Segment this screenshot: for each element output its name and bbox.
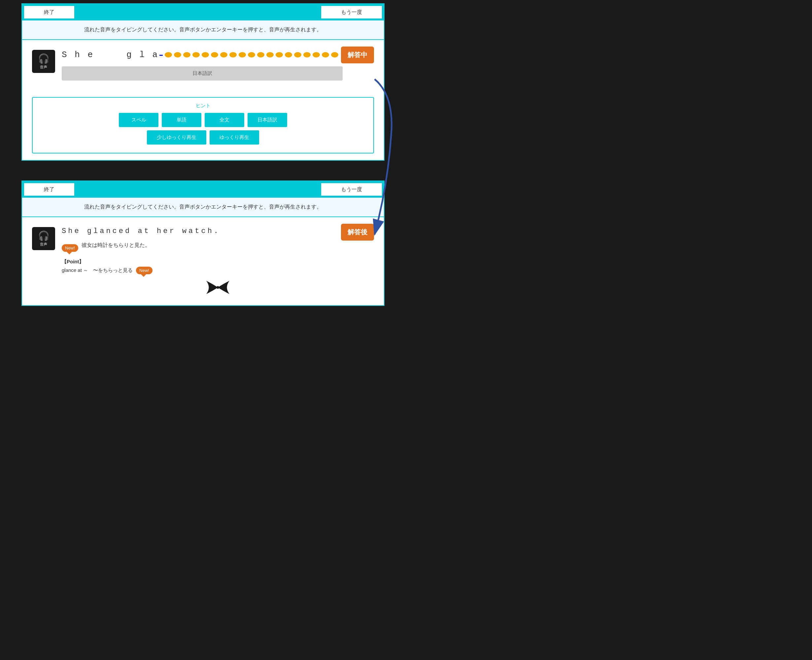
svg-point-1 xyxy=(216,286,219,289)
hint-slower-button[interactable]: ゆっくり再生 xyxy=(210,130,259,144)
point-content: glance at ～ 〜をちらっと見る xyxy=(62,267,133,274)
point-row: glance at ～ 〜をちらっと見る New! xyxy=(62,267,374,274)
top-audio-section: 🎧 音声 S h e g l a 日本語訳 解答中 xyxy=(22,40,384,94)
top-again-button[interactable]: もう一度 xyxy=(321,6,382,19)
hint-title: ヒント xyxy=(39,103,367,109)
bow-icon-container xyxy=(62,279,374,299)
hint-fulltext-button[interactable]: 全文 xyxy=(205,113,244,127)
answer-section: 🎧 音声 She glanced at her watch. New! 彼女は時… xyxy=(22,217,384,305)
bottom-instruction: 流れた音声をタイピングしてください。音声ボタンかエンターキーを押すと、音声が再生… xyxy=(22,198,384,217)
bottom-headphone-icon: 🎧 xyxy=(38,230,49,241)
top-audio-button[interactable]: 🎧 音声 xyxy=(32,50,55,73)
dot-18 xyxy=(322,52,329,57)
bow-icon xyxy=(205,279,231,296)
typed-text: S h e g l a xyxy=(62,50,159,60)
spacer xyxy=(21,161,385,177)
translation-text: 彼女は時計をちらりと見た。 xyxy=(81,242,150,249)
hint-section: ヒント スペル 単語 全文 日本語訳 少しゆっくり再生 ゆっくり再生 xyxy=(32,97,374,154)
audio-label: 音声 xyxy=(40,65,47,70)
dot-3 xyxy=(183,52,191,57)
headphone-icon: 🎧 xyxy=(38,53,49,64)
bottom-audio-button[interactable]: 🎧 音声 xyxy=(32,227,55,250)
hint-spell-button[interactable]: スペル xyxy=(119,113,159,127)
translation-placeholder-bar: 日本語訳 xyxy=(62,66,343,81)
dot-7 xyxy=(220,52,227,57)
point-title: 【Point】 xyxy=(62,259,374,265)
hint-word-button[interactable]: 単語 xyxy=(162,113,201,127)
bottom-header-bar: 終了 もう一度 xyxy=(22,181,384,198)
answer-text-area: She glanced at her watch. New! 彼女は時計をちらり… xyxy=(62,224,374,299)
top-instruction: 流れた音声をタイピングしてください。音声ボタンかエンターキーを押すと、音声が再生… xyxy=(22,21,384,40)
new-badge-2: New! xyxy=(136,267,153,274)
point-section: 【Point】 glance at ～ 〜をちらっと見る New! xyxy=(62,259,374,274)
dot-11 xyxy=(257,52,264,57)
curved-arrow-svg xyxy=(365,69,404,267)
bottom-end-button[interactable]: 終了 xyxy=(24,183,74,196)
top-end-button[interactable]: 終了 xyxy=(24,6,74,19)
dot-5 xyxy=(202,52,209,57)
dot-9 xyxy=(238,52,246,57)
top-panel: 終了 もう一度 流れた音声をタイピングしてください。音声ボタンかエンターキーを押… xyxy=(21,3,385,161)
answer-sentence: She glanced at her watch. xyxy=(62,227,374,235)
typing-area: S h e g l a 日本語訳 xyxy=(62,46,374,87)
dot-1 xyxy=(165,52,172,57)
curved-arrow-container xyxy=(365,69,404,269)
dot-17 xyxy=(313,52,320,57)
answer-row: 🎧 音声 She glanced at her watch. New! 彼女は時… xyxy=(32,224,374,299)
text-cursor xyxy=(159,55,163,56)
dot-15 xyxy=(294,52,301,57)
dot-13 xyxy=(276,52,283,57)
dot-4 xyxy=(192,52,200,57)
dot-8 xyxy=(229,52,237,57)
hint-japanese-button[interactable]: 日本語訳 xyxy=(248,113,287,127)
bottom-panel: 終了 もう一度 流れた音声をタイピングしてください。音声ボタンかエンターキーを押… xyxy=(21,181,385,306)
dot-19 xyxy=(331,52,338,57)
hint-buttons-row2: 少しゆっくり再生 ゆっくり再生 xyxy=(39,130,367,144)
new-badge-1: New! xyxy=(62,244,78,252)
dot-16 xyxy=(304,52,311,57)
typing-display: S h e g l a xyxy=(62,50,374,60)
dot-2 xyxy=(174,52,181,57)
dot-6 xyxy=(211,52,218,57)
top-header-bar: 終了 もう一度 xyxy=(22,4,384,21)
dot-14 xyxy=(285,52,292,57)
dot-12 xyxy=(266,52,273,57)
hint-slow-button[interactable]: 少しゆっくり再生 xyxy=(147,130,206,144)
hint-buttons-row1: スペル 単語 全文 日本語訳 xyxy=(39,113,367,127)
translation-row: New! 彼女は時計をちらりと見た。 xyxy=(62,242,374,254)
dot-10 xyxy=(248,52,255,57)
top-status-badge: 解答中 xyxy=(341,46,374,63)
bottom-audio-label: 音声 xyxy=(40,242,47,247)
